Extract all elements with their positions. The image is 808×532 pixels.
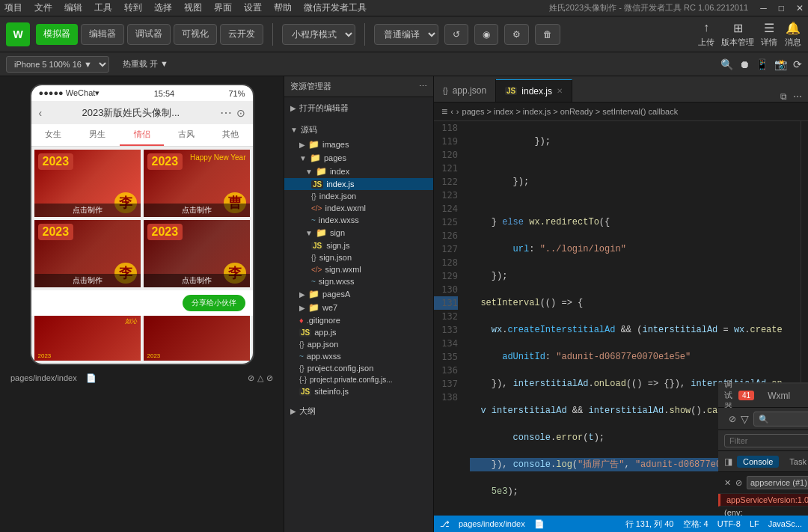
- devtools-tabs: 调试器 41 Wxml Console Sources Network » ● …: [718, 384, 808, 408]
- folder-we7[interactable]: ▶ 📁 we7: [284, 301, 433, 314]
- close-btn[interactable]: ✕: [796, 3, 804, 13]
- network-search-input[interactable]: [753, 412, 808, 426]
- screenshot-icon[interactable]: 📸: [774, 58, 787, 70]
- app-logo: W: [6, 22, 30, 46]
- menu-item-wechat[interactable]: 微信开发者工具: [304, 1, 367, 14]
- task-tab[interactable]: Task: [783, 456, 808, 468]
- grid-item-5[interactable]: 如沁 2023: [34, 316, 141, 361]
- editor-btn[interactable]: 编辑器: [81, 24, 124, 45]
- breadcrumb-forward-icon[interactable]: ›: [456, 107, 459, 116]
- file-sign-wxss[interactable]: ~ sign.wxss: [284, 275, 433, 287]
- file-index-wxss[interactable]: ~ index.wxss: [284, 214, 433, 226]
- share-icon[interactable]: ⊙: [236, 107, 245, 119]
- menu-item-view[interactable]: 视图: [184, 1, 202, 14]
- file-siteinfo[interactable]: JS siteinfo.js: [284, 385, 433, 397]
- mode-select[interactable]: 小程序模式: [282, 24, 355, 45]
- tab-index-js[interactable]: JS index.js ✕: [496, 79, 572, 102]
- device-select[interactable]: iPhone 5 100% 16 ▼: [6, 56, 109, 73]
- close-console-icon[interactable]: ✕: [724, 478, 731, 488]
- filter-input[interactable]: [724, 434, 808, 447]
- grid-item-6[interactable]: 2023: [144, 316, 250, 361]
- clean-btn[interactable]: 🗑: [535, 24, 560, 45]
- menu-item-tools[interactable]: 工具: [94, 1, 112, 14]
- folder-pages[interactable]: ▼ 📁 pages: [284, 151, 433, 165]
- file-sign-json[interactable]: {} sign.json: [284, 251, 433, 263]
- rotate-icon[interactable]: ⟳: [793, 58, 802, 70]
- detail-btn[interactable]: ☰ 详情: [760, 20, 778, 48]
- visualize-btn[interactable]: 可视化: [174, 24, 217, 45]
- folder-images[interactable]: ▶ 📁 images: [284, 138, 433, 151]
- folder-pagesa[interactable]: ▶ 📁 pagesA: [284, 287, 433, 301]
- grid-item-4[interactable]: 2023 李 点击制作: [144, 220, 250, 287]
- file-app-js[interactable]: JS app.js: [284, 326, 433, 338]
- upload-btn[interactable]: ↑ 上传: [697, 20, 715, 48]
- split-editor-icon[interactable]: ⧉: [780, 91, 787, 102]
- file-app-wxss[interactable]: ~ app.wxss: [284, 350, 433, 362]
- folder-index[interactable]: ▼ 📁 index: [284, 165, 433, 178]
- menu-item-help[interactable]: 帮助: [274, 1, 292, 14]
- close-tab-icon[interactable]: ✕: [557, 87, 563, 95]
- menu-item-interface[interactable]: 界面: [214, 1, 232, 14]
- file-index-wxml[interactable]: </> index.wxml: [284, 202, 433, 214]
- network-filter-icon[interactable]: ▽: [741, 413, 749, 425]
- console-tab[interactable]: Console: [737, 456, 779, 468]
- refresh-btn[interactable]: ↺: [444, 24, 468, 45]
- menu-item-file[interactable]: 文件: [34, 1, 52, 14]
- source-select[interactable]: appservice (#1): [747, 476, 808, 489]
- file-app-json[interactable]: {} app.json: [284, 338, 433, 350]
- tab-wxml[interactable]: Wxml: [760, 388, 798, 404]
- more-icon[interactable]: ⋯: [220, 106, 232, 120]
- project-private-icon: {-}: [299, 376, 307, 384]
- minimize-btn[interactable]: ─: [760, 3, 767, 13]
- compile-btn[interactable]: ⚙: [504, 24, 529, 45]
- grid-item-3[interactable]: 2023 李 点击制作: [34, 220, 141, 287]
- menu-item-select[interactable]: 选择: [154, 1, 172, 14]
- version-mgmt-btn[interactable]: ⊞ 版本管理: [721, 20, 754, 48]
- file-gitignore[interactable]: ♦ .gitignore: [284, 314, 433, 326]
- tab-ancient[interactable]: 古风: [164, 124, 208, 146]
- file-sign-js[interactable]: JS sign.js: [284, 239, 433, 251]
- share-btn[interactable]: 分享给小伙伴: [183, 295, 245, 311]
- tab-female[interactable]: 女生: [31, 124, 76, 146]
- file-tree-panel: 资源管理器 ⋯ ▶ 打开的编辑器 ▼ 源码 ▶ 📁: [284, 76, 434, 532]
- maximize-btn[interactable]: □: [779, 3, 784, 13]
- hot-reload-btn[interactable]: 热重载 开 ▼: [118, 57, 173, 71]
- breadcrumb-back-icon[interactable]: ‹: [450, 107, 453, 116]
- tab-couple[interactable]: 情侣: [120, 124, 164, 146]
- tab-male[interactable]: 男生: [76, 124, 120, 146]
- tab-console-btn[interactable]: Console: [804, 388, 808, 404]
- chevron-outline-icon: ▶: [290, 407, 296, 415]
- sources-header[interactable]: ▼ 源码: [284, 122, 433, 138]
- clear-network-btn[interactable]: ⊘: [729, 414, 736, 424]
- record-icon[interactable]: ⏺: [739, 58, 750, 70]
- more-editor-icon[interactable]: ⋯: [793, 91, 802, 102]
- compile-mode-select[interactable]: 普通编译: [374, 24, 438, 45]
- menu-item-settings[interactable]: 设置: [244, 1, 262, 14]
- debugger-btn[interactable]: 调试器: [127, 24, 171, 45]
- open-editors-header[interactable]: ▶ 打开的编辑器: [284, 100, 433, 116]
- phone-icon[interactable]: 📱: [756, 58, 768, 70]
- menu-item-edit[interactable]: 编辑: [64, 1, 82, 14]
- grid-item-2[interactable]: 2023 Happy New Year 曹 点击制作: [144, 150, 250, 217]
- cloud-btn[interactable]: 云开发: [220, 24, 263, 45]
- file-project-private[interactable]: {-} project.private.config.js...: [284, 374, 433, 385]
- file-index-js[interactable]: JS index.js: [284, 178, 433, 190]
- search-icon[interactable]: 🔍: [720, 58, 733, 70]
- file-project-config[interactable]: {} project.config.json: [284, 362, 433, 374]
- back-icon[interactable]: ‹: [39, 107, 43, 119]
- message-btn[interactable]: 🔔 消息: [784, 20, 802, 48]
- menu-item-goto[interactable]: 转到: [124, 1, 142, 14]
- file-index-json[interactable]: {} index.json: [284, 190, 433, 202]
- tab-app-json[interactable]: {} app.json: [434, 79, 496, 102]
- folder-sign[interactable]: ▼ 📁 sign: [284, 226, 433, 239]
- menu-bar: 项目 文件 编辑 工具 转到 选择 视图 界面 设置 帮助 微信开发者工具 姓氏…: [0, 0, 808, 16]
- preview-btn[interactable]: ◉: [474, 24, 498, 45]
- file-sign-wxml[interactable]: </> sign.wxml: [284, 263, 433, 275]
- simulator-btn[interactable]: 模拟器: [36, 24, 78, 45]
- menu-item-project[interactable]: 项目: [4, 1, 22, 14]
- chevron-pages-icon: ▼: [299, 154, 307, 162]
- grid-item-1[interactable]: 2023 李 点击制作: [34, 150, 141, 217]
- outline-header[interactable]: ▶ 大纲: [284, 403, 433, 419]
- tab-other[interactable]: 其他: [208, 124, 252, 146]
- file-tree-more[interactable]: ⋯: [419, 82, 427, 91]
